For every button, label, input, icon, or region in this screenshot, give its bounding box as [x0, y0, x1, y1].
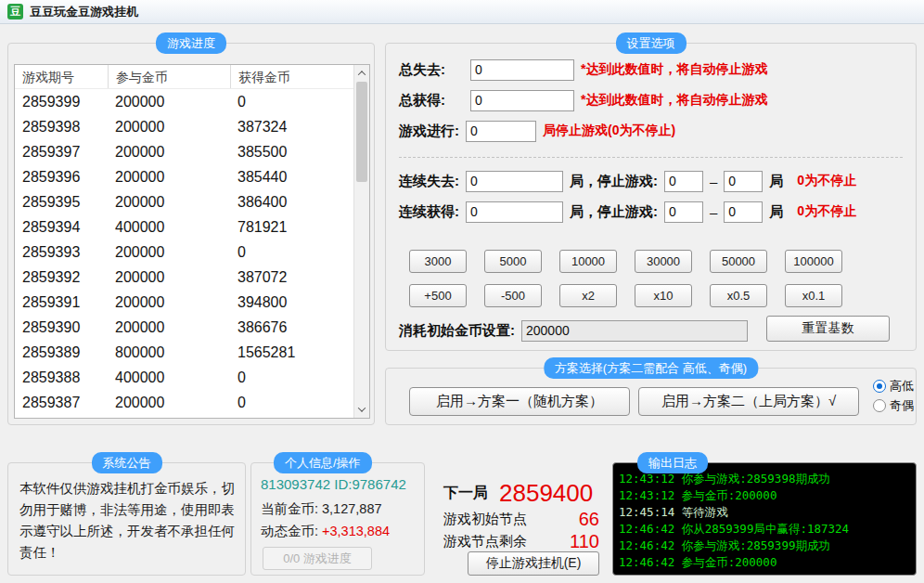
table-cell: 2859389 [15, 340, 108, 365]
table-row[interactable]: 28593898000001565281 [15, 340, 353, 365]
table-row[interactable]: 2859398200000387324 [15, 114, 353, 139]
table-cell: 385440 [230, 164, 353, 189]
personal-header: 个人信息/操作 [274, 452, 372, 473]
table-row[interactable]: 28593884000000 [15, 365, 353, 390]
table-row[interactable]: 2859394400000781921 [15, 214, 353, 240]
amount-button[interactable]: 3000 [409, 250, 467, 273]
table-cell: 2859393 [15, 240, 108, 265]
dynamic-coin-label: 动态金币: [261, 523, 318, 540]
modifier-button[interactable]: x0.5 [710, 284, 767, 307]
radio-selected-icon [873, 380, 886, 393]
table-scrollbar[interactable] [353, 65, 369, 418]
table-row[interactable]: 2859397200000385500 [15, 139, 353, 164]
table-row[interactable]: 2859396200000385440 [15, 164, 353, 189]
modifier-button-row: +500-500x2x10x0.5x0.1 [409, 284, 842, 307]
table-row[interactable]: 2859395200000386400 [15, 189, 353, 214]
radio-odd-even[interactable]: 奇偶 [873, 397, 914, 414]
total-lose-note: *达到此数值时，将自动停止游戏 [581, 61, 767, 78]
current-coin-value: 3,127,887 [322, 501, 382, 516]
radio-high-low[interactable]: 高低 [873, 378, 914, 395]
scroll-down-icon[interactable] [354, 402, 369, 417]
next-round-label: 下一局 [443, 484, 488, 503]
amount-button[interactable]: 100000 [785, 250, 842, 273]
amount-button[interactable]: 10000 [559, 250, 617, 273]
scroll-thumb[interactable] [356, 82, 367, 182]
total-gain-note: *达到此数值时，将自动停止游戏 [581, 92, 767, 109]
streak-gain-input[interactable] [466, 201, 563, 223]
amount-button[interactable]: 5000 [484, 250, 542, 273]
table-cell: 200000 [108, 189, 230, 214]
table-cell: 2859391 [15, 290, 108, 315]
app-window: 豆 豆豆玩金豆游戏挂机 游戏进度 游戏期号参与金币获得金币 2859399200… [0, 0, 924, 583]
titlebar: 豆 豆豆玩金豆游戏挂机 [0, 0, 924, 24]
table-row[interactable]: 2859391200000394800 [15, 290, 353, 315]
app-icon: 豆 [7, 4, 23, 19]
total-lose-label: 总失去: [399, 61, 464, 79]
progress-header: 游戏进度 [156, 32, 226, 54]
table-cell: 200000 [108, 139, 230, 164]
streak-lose-label: 连续失去: [399, 173, 459, 190]
total-gain-input[interactable] [470, 90, 574, 111]
table-row[interactable]: 28593872000000 [15, 390, 353, 415]
reset-base-button[interactable]: 重置基数 [766, 316, 890, 342]
current-coin-row: 当前金币: 3,127,887 [261, 500, 382, 518]
table-cell: 800000 [108, 340, 230, 365]
stop-game-button[interactable]: 停止游戏挂机(E) [468, 551, 599, 576]
streak-gain-row: 连续获得: 局，停止游戏: – 局 0为不停止 [399, 201, 906, 223]
streak-lose-input[interactable] [466, 171, 563, 192]
plan-two-button[interactable]: 启用→方案二（上局方案）√ [638, 387, 859, 416]
streak-lose-to-input[interactable] [724, 171, 763, 192]
plan-header: 方案选择(方案二需配合 高低、奇偶) [544, 357, 758, 379]
streak-mid-label: 局，停止游戏: [570, 173, 658, 190]
table-cell: 200000 [108, 265, 230, 290]
streak-mid-label: 局，停止游戏: [570, 203, 658, 221]
settings-panel: 设置选项 总失去: *达到此数值时，将自动停止游戏 总获得: *达到此数值时，将… [385, 43, 917, 351]
rounds-row: 游戏进行: 局停止游戏(0为不停止) [399, 120, 906, 142]
table-row[interactable]: 28593992000000 [15, 89, 353, 114]
plan-one-button[interactable]: 启用→方案一（随机方案） [409, 387, 630, 416]
streak-lose-row: 连续失去: 局，停止游戏: – 局 0为不停止 [399, 170, 906, 192]
table-cell: 200000 [108, 290, 230, 315]
streak-unit: 局 [769, 173, 783, 190]
table-cell: 387324 [230, 114, 353, 139]
table-cell: 200000 [108, 240, 230, 265]
initial-coin-input[interactable] [521, 320, 748, 342]
streak-unit: 局 [769, 203, 783, 221]
rounds-input[interactable] [466, 121, 536, 142]
column-header[interactable]: 获得金币 [230, 65, 353, 88]
table-row[interactable]: 2859390200000386676 [15, 315, 353, 340]
table-cell: 200000 [108, 390, 230, 415]
streak-lose-note: 0为不停止 [797, 173, 856, 189]
rounds-note: 局停止游戏(0为不停止) [543, 123, 675, 139]
amount-button-row: 30005000100003000050000100000 [409, 250, 842, 273]
streak-gain-from-input[interactable] [664, 201, 703, 223]
total-lose-input[interactable] [470, 59, 574, 81]
table-cell: 0 [230, 89, 353, 114]
modifier-button[interactable]: x10 [635, 284, 692, 307]
table-row[interactable]: 2859392200000387072 [15, 265, 353, 290]
modifier-button[interactable]: -500 [484, 284, 542, 307]
table-cell: 200000 [108, 164, 230, 189]
table-cell: 781921 [230, 214, 353, 240]
streak-lose-from-input[interactable] [664, 171, 703, 192]
table-cell: 2859388 [15, 365, 108, 390]
amount-button[interactable]: 30000 [635, 250, 692, 273]
table-cell: 0 [230, 365, 353, 390]
table-cell: 2859396 [15, 164, 108, 189]
table-row[interactable]: 28593932000000 [15, 240, 353, 265]
table-body: 2859399200000028593982000003873242859397… [15, 89, 353, 415]
amount-button[interactable]: 50000 [710, 250, 767, 273]
modifier-button[interactable]: +500 [409, 284, 467, 307]
modifier-button[interactable]: x0.1 [785, 284, 842, 307]
column-header[interactable]: 游戏期号 [15, 65, 108, 88]
radio-odd-even-label: 奇偶 [890, 397, 914, 414]
range-dash: – [710, 174, 717, 189]
radio-unselected-icon [873, 399, 886, 412]
log-panel: 输出日志 12:43:12 你参与游戏:2859398期成功12:43:12 参… [612, 462, 917, 576]
scroll-up-icon[interactable] [354, 66, 369, 81]
table-cell: 1565281 [230, 340, 353, 365]
column-header[interactable]: 参与金币 [108, 65, 230, 88]
modifier-button[interactable]: x2 [559, 284, 617, 307]
streak-gain-to-input[interactable] [724, 201, 763, 223]
table-cell: 2859398 [15, 114, 108, 139]
